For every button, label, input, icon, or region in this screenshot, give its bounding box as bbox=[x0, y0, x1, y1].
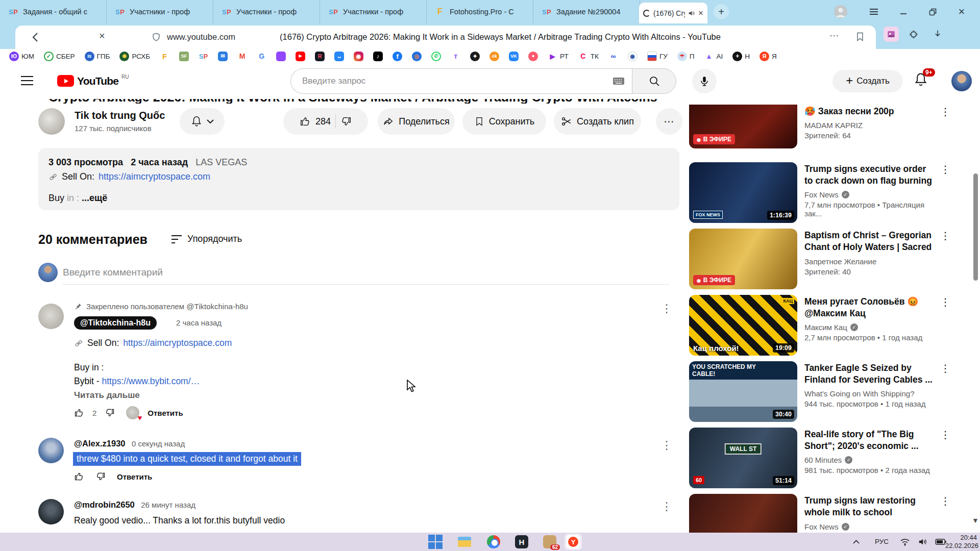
language-indicator[interactable]: РУС bbox=[875, 538, 889, 545]
search-input[interactable]: Введите запрос bbox=[290, 68, 632, 94]
comment-input[interactable]: Введите комментарий bbox=[63, 267, 163, 278]
recommended-video-item[interactable]: FOX NEWS 1:16:39 Trump signs executive o… bbox=[689, 162, 950, 223]
show-more-link[interactable]: ...ещё bbox=[82, 193, 107, 203]
comment-avatar[interactable] bbox=[38, 304, 64, 329]
comment-author-badge[interactable]: @Tiktokchina-h8u bbox=[74, 316, 157, 330]
browser-tab[interactable]: F Fotohosting.Pro - С bbox=[427, 0, 533, 23]
description-box[interactable]: 3 003 просмотра 2 часа назад LAS VEGAS S… bbox=[38, 148, 679, 210]
bookmark-item[interactable]: ГУ bbox=[647, 52, 668, 61]
video-title[interactable]: Real-life story of "The Big Short"; 2020… bbox=[804, 429, 935, 452]
volume-icon[interactable] bbox=[915, 534, 930, 549]
video-menu-icon[interactable]: ⋮ bbox=[940, 163, 950, 176]
bookmark-item[interactable]: ◉ bbox=[354, 52, 363, 61]
start-button[interactable] bbox=[428, 534, 443, 549]
video-menu-icon[interactable]: ⋮ bbox=[940, 230, 950, 242]
channel-name[interactable]: Tik tok trung Quốc bbox=[75, 110, 165, 121]
location-tag[interactable]: LAS VEGAS bbox=[195, 157, 247, 167]
share-button[interactable]: Поделиться bbox=[378, 108, 455, 135]
selected-comment-text[interactable]: threw $480 into a quick test, closed it … bbox=[73, 452, 301, 466]
video-channel-row[interactable]: Fox News✓ bbox=[804, 522, 935, 531]
bookmark-item[interactable]: ☂ П bbox=[677, 52, 695, 61]
browser-tab[interactable]: SP Участники - проф bbox=[320, 0, 427, 23]
extension-screenshot-icon[interactable] bbox=[884, 27, 899, 42]
search-button[interactable] bbox=[632, 68, 676, 94]
bookmark-item[interactable]: Я Я bbox=[760, 52, 777, 61]
comment-avatar[interactable] bbox=[38, 499, 64, 524]
video-thumbnail[interactable]: В ЭФИРЕ bbox=[689, 229, 797, 289]
bookmark-item[interactable]: f bbox=[393, 52, 402, 61]
stop-loading-icon[interactable]: × bbox=[99, 30, 105, 42]
video-channel-row[interactable]: What's Going on With Shipping? bbox=[804, 389, 935, 398]
video-thumbnail[interactable]: В ЭФИРЕ bbox=[689, 105, 797, 148]
video-channel-row[interactable]: Fox News✓ bbox=[804, 190, 935, 199]
recommended-video-item[interactable]: В ЭФИРЕ Baptism of Christ – Gregorian Ch… bbox=[689, 229, 950, 289]
comment-author[interactable]: @Alex.z1930 bbox=[74, 439, 125, 448]
dislike-icon[interactable] bbox=[105, 408, 115, 418]
bookmark-item[interactable]: ✦ bbox=[470, 52, 480, 61]
window-minimize-button[interactable] bbox=[895, 5, 912, 18]
keyboard-icon[interactable] bbox=[612, 76, 625, 86]
h-app-icon[interactable]: H bbox=[514, 534, 529, 549]
bookmark-item[interactable]: G bbox=[257, 52, 266, 61]
url-text[interactable]: www.youtube.com bbox=[167, 32, 235, 42]
like-icon[interactable] bbox=[74, 471, 84, 482]
bookmark-item[interactable]: F bbox=[160, 52, 169, 61]
browser-tab[interactable]: SP Участники - проф bbox=[213, 0, 320, 23]
like-icon[interactable] bbox=[300, 116, 311, 127]
aimcryptospace-link[interactable]: https://aimcryptospace.com bbox=[123, 337, 232, 349]
video-title[interactable]: Trump signs law restoring whole milk to … bbox=[804, 495, 935, 519]
create-button[interactable]: + Создать bbox=[832, 70, 903, 92]
comment-menu-icon[interactable]: ⋮ bbox=[661, 500, 672, 513]
tab-close-icon[interactable]: × bbox=[698, 8, 703, 18]
taskbar-clock[interactable]: 20:4422.02.2026 bbox=[945, 534, 977, 550]
bookmark-item[interactable]: ▲ АI bbox=[704, 52, 723, 61]
creator-heart-icon[interactable]: ♥ bbox=[126, 406, 139, 419]
video-title[interactable]: Меня ругает Соловьёв 😡 @Максим Кац bbox=[804, 296, 935, 319]
video-thumbnail[interactable]: YOU SCRATCHED MY CABLE! 30:40 bbox=[689, 361, 797, 422]
video-title[interactable]: 🥵 Заказ песни 200р bbox=[804, 106, 935, 117]
site-security-shield-icon[interactable] bbox=[151, 32, 161, 42]
comment-avatar[interactable] bbox=[38, 438, 64, 463]
menu-hamburger-icon[interactable] bbox=[20, 75, 34, 86]
bookmark-item[interactable]: ❋ РСХБ bbox=[119, 52, 150, 61]
bookmark-icon[interactable] bbox=[855, 32, 865, 42]
account-avatar[interactable] bbox=[951, 71, 972, 91]
bookmark-item[interactable]: R bbox=[315, 52, 325, 61]
video-title[interactable]: Tanker Eagle S Seized by Finland for Sev… bbox=[804, 362, 935, 386]
video-menu-icon[interactable]: ⋮ bbox=[940, 362, 950, 374]
reply-button[interactable]: Ответить bbox=[117, 472, 152, 481]
video-thumbnail[interactable]: FOX NEWS 1:16:39 bbox=[689, 162, 797, 223]
bookmark-item[interactable]: ∞ bbox=[608, 52, 618, 61]
browser-tab[interactable]: SP Задание №290004 bbox=[533, 0, 640, 23]
bookmark-item[interactable]: т bbox=[451, 52, 460, 61]
bookmark-item[interactable]: ♪ bbox=[373, 52, 383, 61]
voice-search-button[interactable] bbox=[692, 69, 717, 93]
comment-menu-icon[interactable]: ⋮ bbox=[661, 302, 672, 315]
recommended-video-item[interactable]: Кац плохой! КАЦ 19:09 Меня ругает Соловь… bbox=[689, 295, 950, 356]
dislike-icon[interactable] bbox=[95, 471, 106, 482]
downloads-icon[interactable] bbox=[930, 27, 945, 42]
camera-app-icon[interactable]: 62 bbox=[542, 534, 557, 549]
video-menu-icon[interactable]: ⋮ bbox=[940, 296, 950, 308]
bookmark-item[interactable]: ▶ РТ bbox=[548, 52, 569, 61]
omnibox-more-icon[interactable]: ⋯ bbox=[829, 30, 839, 41]
bookmark-item[interactable]: SP bbox=[199, 52, 208, 61]
save-button[interactable]: Сохранить bbox=[462, 108, 546, 135]
bookmark-item[interactable]: • bbox=[528, 52, 538, 61]
back-icon[interactable] bbox=[30, 31, 42, 43]
video-thumbnail[interactable] bbox=[689, 494, 797, 533]
recommended-video-item[interactable]: Trump signs law restoring whole milk to … bbox=[689, 494, 950, 533]
browser-tab[interactable]: SP Участники - проф bbox=[107, 0, 213, 23]
video-menu-icon[interactable]: ⋮ bbox=[940, 429, 950, 441]
recommended-video-item[interactable]: YOU SCRATCHED MY CABLE! 30:40 Tanker Eag… bbox=[689, 361, 950, 422]
bookmark-item[interactable]: ✆ bbox=[431, 52, 441, 61]
window-close-button[interactable]: × bbox=[953, 5, 970, 18]
bookmark-item[interactable]: ▶ bbox=[296, 52, 305, 61]
sell-on-link[interactable]: https://aimcryptospace.com bbox=[99, 171, 210, 182]
scrollbar-down-arrow[interactable]: ▼ bbox=[972, 516, 979, 524]
bookmark-item[interactable]: ◉ bbox=[628, 52, 638, 61]
recommended-video-item[interactable]: WALL ST 60 51:14 Real-life story of "The… bbox=[689, 428, 950, 488]
bookmark-item[interactable]: Ю ЮМ bbox=[9, 52, 34, 61]
create-clip-button[interactable]: Создать клип bbox=[554, 108, 641, 135]
bookmark-item[interactable]: С ТК bbox=[578, 52, 599, 61]
